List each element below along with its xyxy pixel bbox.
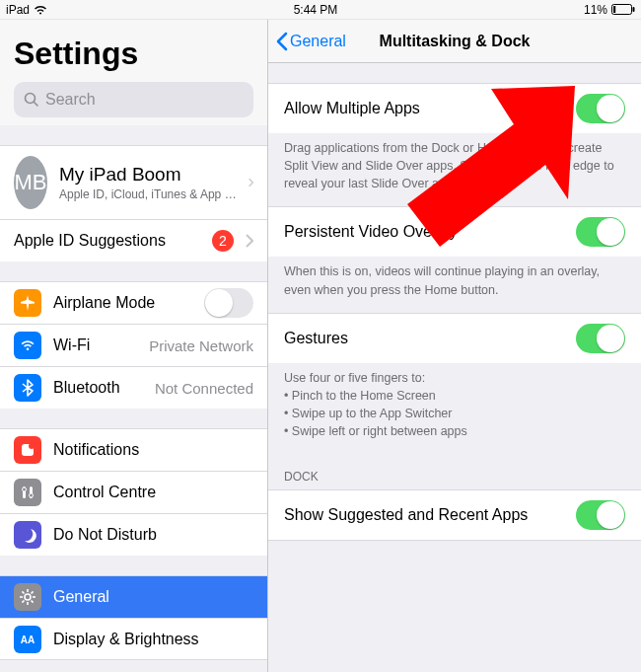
gestures-help-intro: Use four or five fingers to: — [284, 369, 625, 387]
row-label: Persistent Video Overlay — [284, 223, 564, 241]
svg-text:AA: AA — [21, 635, 35, 645]
row-label: Airplane Mode — [53, 294, 192, 312]
svg-line-17 — [32, 601, 34, 603]
apple-id-suggestions-row[interactable]: Apple ID Suggestions 2 — [0, 219, 267, 261]
apple-id-row[interactable]: MB My iPad Boom Apple ID, iCloud, iTunes… — [0, 145, 267, 219]
row-label: General — [53, 588, 253, 606]
apple-id-subtitle: Apple ID, iCloud, iTunes & App St... — [59, 187, 237, 201]
show-recent-apps-row[interactable]: Show Suggested and Recent Apps — [268, 489, 641, 541]
allow-multiple-apps-toggle[interactable] — [576, 94, 625, 123]
row-label: Do Not Disturb — [53, 526, 253, 544]
gestures-row[interactable]: Gestures — [268, 313, 641, 363]
bluetooth-icon — [14, 374, 41, 402]
allow-multiple-apps-row[interactable]: Allow Multiple Apps — [268, 83, 641, 133]
svg-line-16 — [22, 591, 24, 593]
chevron-right-icon — [246, 234, 253, 248]
show-recent-apps-toggle[interactable] — [576, 500, 625, 530]
notifications-row[interactable]: Notifications — [0, 428, 267, 471]
row-label: Gestures — [284, 330, 564, 347]
control-centre-icon — [14, 479, 41, 506]
clock: 5:44 PM — [294, 3, 338, 17]
airplane-toggle[interactable] — [204, 288, 253, 318]
row-label: Notifications — [53, 441, 253, 459]
apple-id-name: My iPad Boom — [59, 164, 237, 186]
general-row[interactable]: General — [0, 575, 267, 618]
battery-icon — [611, 4, 635, 15]
wifi-row[interactable]: Wi-Fi Private Network — [0, 324, 267, 366]
gestures-bullet-list: Pinch to the Home Screen Swipe up to the… — [284, 387, 625, 440]
display-brightness-row[interactable]: AA Display & Brightness — [0, 618, 267, 660]
row-label: Control Centre — [53, 484, 253, 501]
svg-line-19 — [22, 601, 24, 603]
allow-multiple-apps-help: Drag applications from the Dock or Home … — [268, 133, 641, 206]
svg-rect-1 — [613, 6, 615, 13]
row-label: Allow Multiple Apps — [284, 100, 564, 117]
svg-line-4 — [35, 103, 38, 107]
wifi-icon — [34, 5, 47, 15]
search-icon — [24, 92, 39, 108]
search-field[interactable] — [14, 82, 253, 117]
wifi-settings-icon — [14, 332, 41, 359]
do-not-disturb-row[interactable]: Do Not Disturb — [0, 513, 267, 556]
moon-icon — [14, 521, 41, 549]
row-label: Display & Brightness — [53, 631, 253, 648]
svg-line-18 — [32, 591, 34, 593]
back-label: General — [290, 33, 346, 50]
gestures-bullet: Swipe up to the App Switcher — [284, 405, 625, 422]
carrier-label: iPad — [6, 3, 30, 17]
settings-sidebar: Settings MB My iPad Boom Apple ID, iClou… — [0, 20, 268, 672]
detail-pane: General Multitasking & Dock Allow Multip… — [268, 20, 641, 672]
svg-rect-2 — [632, 7, 634, 12]
page-title: Settings — [14, 36, 253, 72]
gestures-bullet: Pinch to the Home Screen — [284, 387, 625, 405]
airplane-icon — [14, 289, 41, 317]
svg-point-6 — [29, 443, 35, 449]
gestures-toggle[interactable] — [576, 324, 625, 353]
row-label: Apple ID Suggestions — [14, 232, 200, 250]
battery-percent: 11% — [584, 3, 607, 17]
gestures-help: Use four or five fingers to: Pinch to th… — [268, 363, 641, 455]
detail-title: Multitasking & Dock — [380, 33, 531, 50]
persistent-video-help: When this is on, videos will continue pl… — [268, 257, 641, 312]
gear-icon — [14, 583, 41, 611]
display-icon: AA — [14, 626, 41, 653]
control-centre-row[interactable]: Control Centre — [0, 471, 267, 513]
row-label: Show Suggested and Recent Apps — [284, 506, 564, 524]
status-bar: iPad 5:44 PM 11% — [0, 0, 641, 20]
svg-point-9 — [23, 487, 27, 491]
svg-point-10 — [30, 493, 34, 497]
detail-navbar: General Multitasking & Dock — [268, 20, 641, 63]
chevron-right-icon — [249, 176, 253, 189]
bluetooth-row[interactable]: Bluetooth Not Connected — [0, 366, 267, 409]
search-input[interactable] — [45, 91, 244, 109]
back-button[interactable]: General — [276, 32, 346, 51]
chevron-left-icon — [276, 32, 288, 51]
persistent-video-toggle[interactable] — [576, 217, 625, 247]
svg-point-11 — [25, 594, 31, 600]
wifi-value: Private Network — [149, 337, 253, 354]
airplane-mode-row[interactable]: Airplane Mode — [0, 281, 267, 324]
suggestions-badge: 2 — [212, 230, 234, 252]
bluetooth-value: Not Connected — [155, 380, 253, 397]
row-label: Bluetooth — [53, 379, 143, 397]
gestures-bullet: Swipe left or right between apps — [284, 422, 625, 440]
row-label: Wi-Fi — [53, 336, 137, 354]
notifications-icon — [14, 436, 41, 464]
avatar: MB — [14, 156, 47, 209]
persistent-video-row[interactable]: Persistent Video Overlay — [268, 206, 641, 257]
dock-section-header: Dock — [268, 454, 641, 489]
